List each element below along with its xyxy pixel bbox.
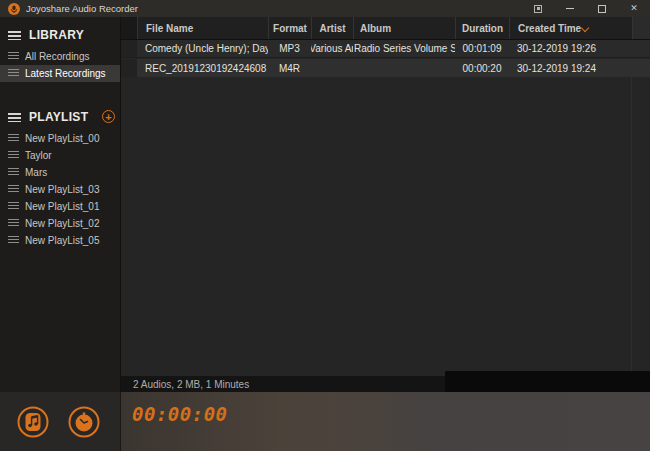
list-icon [8,151,19,160]
cell-album: Radio Series Volume Sever [353,40,455,57]
bottom-toolbar [0,392,121,451]
cell-artist [311,59,353,77]
cell-duration: 00:01:09 [455,40,509,57]
app-window: Joyoshare Audio Recorder ✕ LIBRARY All R… [0,0,650,451]
list-icon [8,202,19,211]
title-bar: Joyoshare Audio Recorder ✕ [0,0,650,17]
recording-timer: 00:00:00 [132,403,228,425]
table-row[interactable]: REC_20191230192424608 M4R 00:00:20 30-12… [121,59,650,77]
sidebar: LIBRARY All Recordings Latest Recordings… [0,17,121,392]
header-gutter [632,17,650,39]
sidebar-item-playlist-4[interactable]: New PlayList_01 [0,198,120,215]
cell-created-time: 30-12-2019 19:26 [509,40,632,57]
column-header-duration[interactable]: Duration [455,17,509,39]
cell-format: M4R [268,59,311,77]
table-row[interactable]: Comedy (Uncle Henry); Daybrea MP3 Variou… [121,40,650,58]
list-icon [8,168,19,177]
cell-duration: 00:00:20 [455,59,509,77]
cell-created-time: 30-12-2019 19:24 [509,59,632,77]
list-icon [8,219,19,228]
minimize-icon [566,8,574,9]
close-button[interactable]: ✕ [624,1,644,16]
cell-artist: Various Ar [311,40,353,57]
sidebar-item-playlist-0[interactable]: New PlayList_00 [0,130,120,147]
sidebar-item-playlist-2[interactable]: Mars [0,164,120,181]
library-menu-icon [8,31,21,40]
library-title: LIBRARY [29,28,84,42]
sidebar-item-all-recordings[interactable]: All Recordings [0,48,120,65]
sidebar-item-playlist-3[interactable]: New PlayList_03 [0,181,120,198]
list-icon [8,185,19,194]
library-section-header: LIBRARY [0,22,120,48]
menu-square-icon [534,5,542,13]
list-icon [8,236,19,245]
app-title: Joyoshare Audio Recorder [26,3,138,14]
column-header-format[interactable]: Format [268,17,311,39]
column-header-created-time[interactable]: Created Time [509,17,632,39]
recordings-table: File Name Format Artist Album Duration C… [121,17,650,376]
playlist-title: PLAYLIST [29,110,88,124]
header-icon-column [121,17,137,39]
sidebar-item-playlist-1[interactable]: Taylor [0,147,120,164]
column-header-album[interactable]: Album [353,17,455,39]
list-icon [8,52,19,61]
window-controls: ✕ [528,0,644,17]
id3-tag-music-button[interactable] [16,405,50,439]
record-timer-button[interactable] [67,405,101,439]
library-summary: 2 Audios, 2 MB, 1 Minutes [133,379,249,390]
playlist-menu-icon [8,113,21,122]
sidebar-item-playlist-6[interactable]: New PlayList_05 [0,232,120,249]
alarm-clock-icon [67,405,101,439]
maximize-button[interactable] [592,1,612,16]
app-logo-icon [8,3,20,15]
music-note-icon [16,405,50,439]
sort-chevron-down-icon[interactable] [581,24,589,32]
list-icon [8,134,19,143]
list-icon [8,69,19,78]
sidebar-item-playlist-5[interactable]: New PlayList_02 [0,215,120,232]
add-playlist-button[interactable]: + [102,110,115,123]
minimize-button[interactable] [560,1,580,16]
table-header: File Name Format Artist Album Duration C… [121,17,650,40]
table-empty-area [121,77,650,376]
cell-format: MP3 [268,40,311,57]
recording-control-bar: 00:00:00 [121,392,650,451]
feedback-menu-button[interactable] [528,1,548,16]
column-header-file-name[interactable]: File Name [137,17,268,39]
scrollbar-track[interactable] [631,77,632,376]
cell-album [353,59,455,77]
cell-file-name: REC_20191230192424608 [137,59,268,77]
sidebar-spacer [0,82,120,104]
playlist-section-header: PLAYLIST + [0,104,120,130]
sidebar-item-latest-recordings[interactable]: Latest Recordings [0,65,120,82]
cell-file-name: Comedy (Uncle Henry); Daybrea [137,40,268,57]
column-header-artist[interactable]: Artist [311,17,353,39]
maximize-icon [598,5,606,13]
